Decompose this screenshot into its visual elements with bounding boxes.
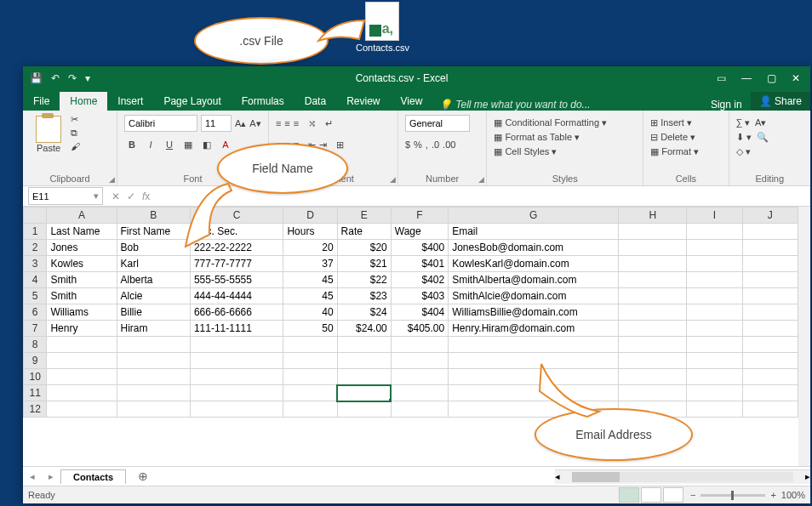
row-header[interactable]: 7 bbox=[24, 321, 47, 337]
tab-formulas[interactable]: Formulas bbox=[232, 92, 294, 111]
cell[interactable]: Hours bbox=[283, 224, 337, 240]
tab-view[interactable]: View bbox=[391, 92, 433, 111]
cell[interactable] bbox=[391, 401, 448, 418]
ribbon-display-icon[interactable]: ▭ bbox=[717, 72, 726, 84]
col-header[interactable]: I bbox=[687, 208, 742, 224]
cell[interactable]: Alberta bbox=[117, 272, 190, 288]
cell[interactable]: Bob bbox=[117, 240, 190, 256]
maximize-button[interactable]: ▢ bbox=[767, 72, 776, 84]
cell[interactable] bbox=[687, 369, 742, 385]
percent-icon[interactable]: % bbox=[414, 139, 422, 150]
cell[interactable] bbox=[742, 288, 798, 304]
cell[interactable] bbox=[687, 256, 742, 272]
bold-button[interactable]: B bbox=[124, 137, 140, 152]
conditional-formatting-button[interactable]: ▦ Conditional Formatting ▾ bbox=[494, 116, 636, 130]
cell[interactable]: Wage bbox=[391, 224, 448, 240]
name-box[interactable]: E11▾ bbox=[28, 187, 103, 205]
cell[interactable]: $401 bbox=[391, 256, 448, 272]
cancel-fx-icon[interactable]: ✕ bbox=[112, 190, 120, 202]
cell[interactable]: $403 bbox=[391, 288, 448, 304]
tab-insert[interactable]: Insert bbox=[107, 92, 153, 111]
cell[interactable] bbox=[742, 337, 798, 353]
cell[interactable]: Jones bbox=[47, 240, 117, 256]
underline-button[interactable]: U bbox=[162, 137, 177, 152]
cell[interactable] bbox=[619, 256, 687, 272]
new-sheet-button[interactable]: ⊕ bbox=[126, 468, 160, 485]
col-header[interactable]: A bbox=[47, 208, 117, 224]
merge-icon[interactable]: ⊞ bbox=[336, 139, 344, 151]
zoom-in-icon[interactable]: + bbox=[770, 490, 775, 500]
cell[interactable]: $402 bbox=[391, 272, 448, 288]
shrink-font-icon[interactable]: A▾ bbox=[249, 118, 260, 129]
cell[interactable]: WilliamsBillie@domain.com bbox=[449, 304, 619, 321]
cell[interactable]: $23 bbox=[337, 288, 391, 304]
delete-cells-button[interactable]: ⊟ Delete ▾ bbox=[650, 130, 721, 145]
cell[interactable]: Last Name bbox=[47, 224, 117, 240]
cell[interactable] bbox=[742, 321, 798, 337]
font-size-input[interactable] bbox=[201, 115, 232, 132]
cell[interactable] bbox=[742, 401, 798, 418]
number-format-select[interactable] bbox=[405, 115, 470, 132]
copy-icon[interactable]: ⧉ bbox=[71, 128, 110, 141]
horizontal-scrollbar[interactable]: ◂▸ bbox=[555, 469, 810, 484]
enter-fx-icon[interactable]: ✓ bbox=[127, 190, 135, 202]
view-page-break-icon[interactable] bbox=[663, 487, 683, 503]
cell[interactable]: 111-11-1111 bbox=[190, 321, 283, 337]
cell[interactable] bbox=[742, 272, 798, 288]
zoom-level[interactable]: 100% bbox=[781, 490, 805, 500]
cell[interactable] bbox=[742, 353, 798, 369]
font-name-input[interactable] bbox=[124, 115, 197, 132]
cell[interactable] bbox=[742, 256, 798, 272]
cell[interactable] bbox=[283, 353, 337, 369]
row-header[interactable]: 4 bbox=[24, 272, 47, 288]
cell-styles-button[interactable]: ▦ Cell Styles ▾ bbox=[494, 145, 636, 159]
cell[interactable] bbox=[687, 272, 742, 288]
cell[interactable]: Hiram bbox=[117, 321, 190, 337]
desktop-file-icon[interactable]: Contacts.csv bbox=[356, 2, 409, 53]
row-header[interactable]: 11 bbox=[24, 385, 47, 401]
cell[interactable] bbox=[117, 337, 190, 353]
cell[interactable] bbox=[190, 369, 283, 385]
cell[interactable]: First Name bbox=[117, 224, 190, 240]
cell[interactable] bbox=[47, 385, 117, 401]
cell[interactable]: Billie bbox=[117, 304, 190, 321]
cell[interactable] bbox=[742, 304, 798, 321]
zoom-slider[interactable] bbox=[700, 494, 765, 497]
cell[interactable]: Email bbox=[449, 224, 619, 240]
row-header[interactable]: 3 bbox=[24, 256, 47, 272]
fx-icon[interactable]: fx bbox=[142, 190, 150, 202]
cell[interactable] bbox=[391, 337, 448, 353]
cell[interactable] bbox=[619, 353, 687, 369]
tab-home[interactable]: Home bbox=[60, 92, 107, 111]
cell[interactable] bbox=[687, 224, 742, 240]
cell[interactable] bbox=[619, 337, 687, 353]
col-header[interactable]: B bbox=[117, 208, 190, 224]
autosum-button[interactable]: ∑ ▾ A▾ bbox=[736, 116, 803, 130]
wrap-text-icon[interactable]: ↵ bbox=[325, 118, 333, 129]
cell[interactable] bbox=[742, 385, 798, 401]
view-page-layout-icon[interactable] bbox=[641, 487, 661, 503]
sign-in-link[interactable]: Sign in bbox=[702, 99, 751, 111]
cell[interactable]: Karl bbox=[117, 256, 190, 272]
cell[interactable]: 222-22-2222 bbox=[190, 240, 283, 256]
cell[interactable] bbox=[283, 369, 337, 385]
cell[interactable] bbox=[449, 385, 619, 401]
cell[interactable] bbox=[47, 401, 117, 418]
orientation-icon[interactable]: ⤭ bbox=[308, 118, 316, 129]
sheet-nav-prev-icon[interactable]: ◂ bbox=[23, 471, 42, 482]
cell[interactable]: 45 bbox=[283, 288, 337, 304]
cell[interactable]: Rate bbox=[337, 224, 391, 240]
close-button[interactable]: ✕ bbox=[792, 72, 800, 84]
cell[interactable]: 666-66-6666 bbox=[190, 304, 283, 321]
col-header[interactable]: H bbox=[619, 208, 687, 224]
cell[interactable] bbox=[337, 385, 391, 401]
cell[interactable] bbox=[619, 288, 687, 304]
tell-me-search[interactable]: 💡Tell me what you want to do... bbox=[432, 99, 702, 111]
cell[interactable]: Williams bbox=[47, 304, 117, 321]
tab-data[interactable]: Data bbox=[294, 92, 336, 111]
align-top-icon[interactable]: ≡ bbox=[276, 118, 281, 128]
paste-button[interactable]: Paste bbox=[30, 114, 67, 155]
cell[interactable]: Smith bbox=[47, 272, 117, 288]
cell[interactable] bbox=[742, 224, 798, 240]
grow-font-icon[interactable]: A▴ bbox=[235, 118, 246, 129]
